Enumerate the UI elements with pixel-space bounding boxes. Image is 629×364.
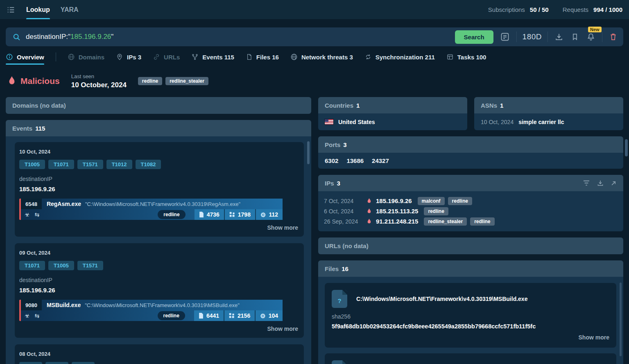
files-stat: 4736 bbox=[195, 209, 224, 220]
tab-ips[interactable]: IPs 3 bbox=[116, 50, 141, 64]
domains-panel: Domains (no data) bbox=[6, 97, 311, 114]
flame-icon bbox=[367, 218, 372, 225]
tag-chip[interactable]: redline bbox=[138, 77, 162, 85]
technique-chip[interactable]: T1012 bbox=[106, 160, 132, 169]
tab-overview[interactable]: Overview bbox=[6, 50, 44, 64]
technique-chip[interactable] bbox=[45, 362, 68, 364]
file-path[interactable]: C:\Windows\Microsoft.NET\Framework\v4.0.… bbox=[356, 296, 527, 302]
ip-date: 6 Oct, 2024 bbox=[324, 208, 363, 215]
tab-label: Events 115 bbox=[202, 54, 234, 61]
tag-chip[interactable]: malconf bbox=[418, 197, 445, 205]
events-scrollbar[interactable] bbox=[307, 141, 310, 164]
download-icon[interactable] bbox=[597, 179, 604, 187]
event-field-value: 185.196.9.26 bbox=[19, 185, 298, 192]
malware-tag-pill[interactable]: redline bbox=[158, 311, 185, 320]
gear-stat: ⚙ 104 bbox=[255, 310, 283, 321]
technique-chip[interactable]: T1071 bbox=[48, 160, 74, 169]
verdict-label: Malicious bbox=[20, 76, 60, 86]
technique-chip[interactable] bbox=[19, 362, 42, 364]
modules-stat-value: 1798 bbox=[238, 211, 251, 218]
files-panel: Files 16 ? C:\Windows\Microsoft.NET\Fram… bbox=[318, 260, 623, 364]
country-row[interactable]: United States bbox=[318, 113, 467, 130]
files-panel-header: Files 16 bbox=[318, 260, 623, 277]
ip-row[interactable]: 7 Oct, 2024 185.196.9.26 malconf redline bbox=[324, 196, 617, 206]
page-scrollbar[interactable] bbox=[625, 139, 628, 156]
sync-icon bbox=[364, 53, 372, 61]
events-panel-header: Events 115 bbox=[6, 120, 311, 136]
subscriptions-label: Subscriptions bbox=[488, 6, 525, 13]
modules-stat-icon bbox=[229, 212, 235, 217]
files-stat-value: 6441 bbox=[206, 312, 219, 319]
technique-chips bbox=[19, 362, 298, 364]
ip-address[interactable]: 185.196.9.26 bbox=[376, 197, 412, 204]
ip-row[interactable]: 6 Oct, 2024 185.215.113.25 redline bbox=[324, 206, 617, 216]
requests-quota: Requests 994 / 1000 bbox=[563, 6, 622, 13]
events-list: 10 Oct, 2024 T1005 T1071 T1571 T1012 T10… bbox=[6, 136, 311, 364]
tab-domains[interactable]: Domains bbox=[68, 50, 104, 64]
tag-chip[interactable]: redline_stealer bbox=[165, 77, 208, 85]
asn-row[interactable]: 10 Oct, 2024 simple carrier llc bbox=[474, 113, 623, 130]
search-icon bbox=[12, 33, 21, 41]
nav-tab-lookup[interactable]: Lookup bbox=[26, 0, 50, 19]
trash-icon[interactable] bbox=[608, 32, 618, 42]
port-value[interactable]: 6302 bbox=[325, 157, 338, 164]
download-icon[interactable] bbox=[554, 32, 564, 42]
ports-panel: Ports 3 6302 13686 24327 bbox=[318, 136, 623, 169]
tab-network-threats[interactable]: Network threats 3 bbox=[290, 50, 353, 64]
port-value[interactable]: 13686 bbox=[346, 157, 364, 164]
show-more-link[interactable]: Show more bbox=[19, 326, 298, 332]
ip-address[interactable]: 185.215.113.25 bbox=[376, 208, 418, 215]
tab-urls[interactable]: URLs bbox=[153, 50, 180, 64]
hash-value[interactable]: 5f9af68db10b029453264cfc9b8eee4265549a28… bbox=[332, 323, 609, 330]
tab-files[interactable]: Files 16 bbox=[246, 50, 279, 64]
urls-panel-title: URLs (no data) bbox=[325, 242, 369, 249]
tag-chip[interactable]: redline bbox=[448, 197, 472, 205]
technique-chip[interactable]: T1571 bbox=[77, 160, 103, 169]
tab-label: Synchronization 211 bbox=[376, 54, 435, 61]
process-row[interactable]: 6548 RegAsm.exe "C:\Windows\Microsoft.NE… bbox=[19, 199, 283, 220]
technique-chip[interactable]: T1005 bbox=[19, 160, 45, 169]
list-menu-icon[interactable] bbox=[7, 5, 16, 14]
notifications-bell-icon[interactable]: New bbox=[586, 32, 596, 42]
divider bbox=[548, 32, 548, 42]
technique-chip[interactable]: T1571 bbox=[77, 261, 103, 270]
filter-icon[interactable] bbox=[583, 180, 590, 186]
port-value[interactable]: 24327 bbox=[372, 157, 389, 164]
files-scrollbar[interactable] bbox=[620, 283, 622, 356]
tag-chip[interactable]: redline_stealer bbox=[424, 217, 467, 226]
technique-chip[interactable] bbox=[72, 362, 95, 364]
process-name: MSBuild.exe bbox=[47, 300, 81, 310]
malware-tag-pill[interactable]: redline bbox=[158, 210, 185, 219]
tab-tasks[interactable]: Tasks 100 bbox=[446, 50, 486, 64]
tab-label: Tasks 100 bbox=[457, 54, 486, 61]
external-link-icon[interactable] bbox=[611, 180, 617, 186]
technique-chip[interactable]: T1082 bbox=[136, 160, 161, 169]
ports-panel-title: Ports bbox=[325, 141, 340, 148]
ip-row[interactable]: 26 Sep, 2024 91.211.248.215 redline_stea… bbox=[324, 216, 617, 226]
search-input[interactable]: destinationIP:"185.196.9.26" bbox=[12, 33, 455, 41]
asns-panel: ASNs 1 10 Oct, 2024 simple carrier llc bbox=[474, 97, 623, 130]
process-row[interactable]: 9080 MSBuild.exe "C:\Windows\Microsoft.N… bbox=[19, 300, 283, 321]
show-more-link[interactable]: Show more bbox=[332, 334, 609, 341]
search-button[interactable]: Search bbox=[455, 30, 493, 44]
technique-chip[interactable]: T1005 bbox=[48, 261, 74, 270]
technique-chip[interactable]: T1071 bbox=[19, 261, 45, 270]
tab-events[interactable]: Events 115 bbox=[191, 50, 234, 64]
bookmark-icon[interactable] bbox=[570, 32, 580, 42]
time-range-selector[interactable]: 180D bbox=[523, 32, 542, 41]
files-panel-title: Files bbox=[325, 265, 339, 272]
subscriptions-quota: Subscriptions 50 / 50 bbox=[488, 6, 549, 13]
tab-synchronization[interactable]: Synchronization 211 bbox=[364, 50, 435, 64]
show-more-link[interactable]: Show more bbox=[19, 224, 298, 231]
countries-panel-title: Countries bbox=[325, 102, 353, 109]
saved-queries-icon[interactable] bbox=[499, 31, 511, 43]
modules-stat: 1798 bbox=[224, 209, 255, 220]
tag-chip[interactable]: redline bbox=[424, 207, 448, 215]
ip-address[interactable]: 91.211.248.215 bbox=[376, 218, 418, 225]
tag-chip[interactable]: redline bbox=[470, 217, 494, 226]
nav-tab-yara[interactable]: YARA bbox=[61, 0, 79, 19]
process-pid: 9080 bbox=[21, 300, 42, 310]
tab-label: Overview bbox=[17, 54, 44, 61]
events-panel: Events 115 10 Oct, 2024 T1005 T1071 T157… bbox=[6, 120, 311, 364]
tasks-window-icon bbox=[446, 53, 454, 61]
